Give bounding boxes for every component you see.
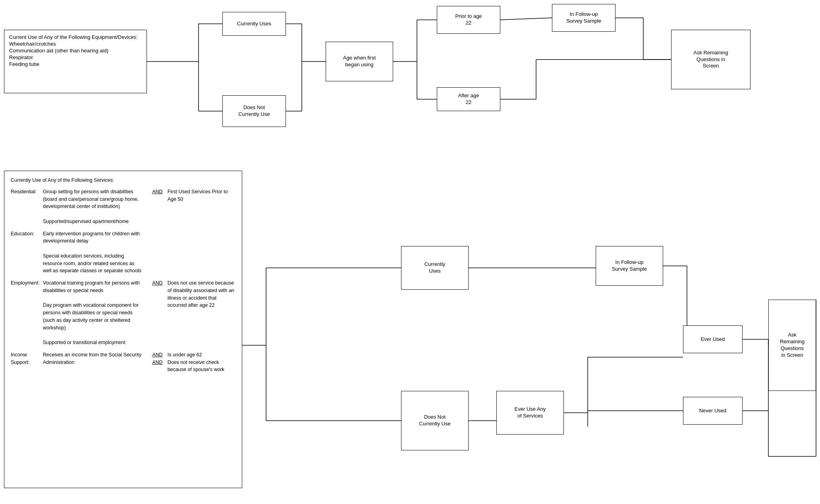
bottom-in-follow-up-box: In Follow-upSurvey Sample [596,246,663,286]
top-item-1: Wheelchair/crutches [9,41,56,47]
bottom-in-follow-up-label: In Follow-upSurvey Sample [612,259,647,273]
top-equipment-box: Current Use of Any of the Following Equi… [4,30,147,93]
bottom-does-not-currently-label: Does NotCurrently Use [419,414,450,427]
svg-line-13 [500,18,552,20]
bottom-currently-uses-box: CurrentlyUses [401,246,469,290]
bottom-currently-uses-label: CurrentlyUses [424,261,446,275]
residential-content: Group setting for persons with disabilit… [43,188,144,230]
employment-label: Employment: [11,279,43,351]
bottom-ever-used-box: Ever Used [683,325,743,353]
income-content: Receives an income from the Social Secur… [43,351,144,373]
top-after-age22-box: After age22 [437,87,500,111]
top-does-not-label: Does NotCurrently Use [238,104,270,118]
top-currently-uses-box: Currently Uses [222,12,286,36]
top-currently-uses-label: Currently Uses [237,21,271,27]
bottom-services-box: Currently Use of Any of the Following Se… [4,171,242,488]
does-not-use-service-text: Does not use service because of disabili… [163,279,235,351]
bottom-services-title: Currently Use of Any of the Following Se… [11,177,235,184]
income-conditions: Is under age 62Does not receive check be… [163,351,235,373]
top-age-when-label: Age when firstbegan using [343,55,376,68]
bottom-ask-remaining-label: AskRemainingQuestionsin Screen [780,332,805,359]
top-ask-remaining-box: Ask RemainingQuestions inScreen [671,30,751,89]
education-label: Education: [11,230,43,280]
and-3: ANDAND [144,351,162,373]
bottom-ever-use-any-box: Ever Use Anyof Services [496,391,564,435]
bottom-never-used-label: Never Used [699,408,727,414]
employment-content: Vocational training program for persons … [43,279,144,351]
bottom-ever-used-label: Ever Used [701,336,725,343]
residential-label: Residential: [11,188,43,230]
top-does-not-box: Does NotCurrently Use [222,95,286,127]
education-content: Early intervention programs for children… [43,230,144,280]
bottom-ask-remaining-box: AskRemainingQuestionsin Screen [768,300,816,391]
and-1: AND [144,188,162,230]
top-item-3: Respirator [9,54,33,60]
first-used-service: First Used Services Prior to Age 50 [163,188,235,230]
bottom-ever-use-any-label: Ever Use Anyof Services [515,406,546,419]
top-item-4: Feeding tube [9,61,39,67]
top-prior-age22-box: Prior to age22 [437,6,500,34]
bottom-never-used-box: Never Used [683,397,743,425]
top-prior-age22-label: Prior to age22 [455,13,482,27]
top-main-title: Current Use of Any of the Following Equi… [9,34,138,40]
income-label: IncomeSupport: [11,351,43,373]
diagram-container: Current Use of Any of the Following Equi… [0,0,820,504]
top-follow-up-box: In Follow-upSurvey Sample [552,4,615,32]
top-after-age22-label: After age22 [458,92,479,106]
bottom-does-not-currently-box: Does NotCurrently Use [401,391,469,450]
top-age-when-box: Age when firstbegan using [326,42,393,81]
top-ask-remaining-label: Ask RemainingQuestions inScreen [693,50,728,70]
top-item-2: Communication aid (other than hearing ai… [9,48,108,54]
top-follow-up-label: In Follow-upSurvey Sample [566,11,601,25]
and-2: AND [144,279,162,351]
